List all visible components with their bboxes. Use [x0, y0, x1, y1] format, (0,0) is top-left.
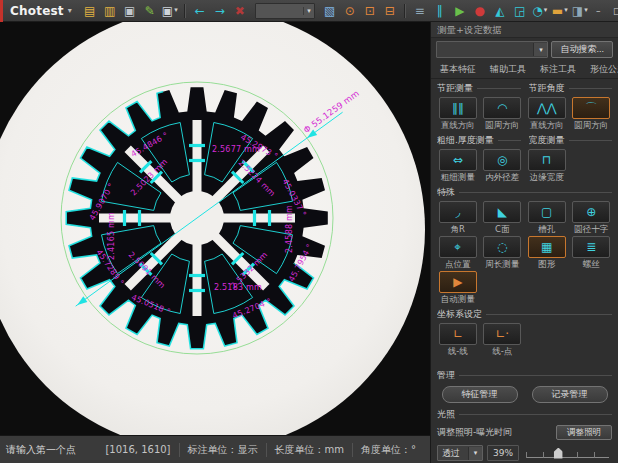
c-face-icon: ◣: [483, 201, 521, 223]
slider-handle[interactable]: [554, 448, 563, 459]
record-management-button[interactable]: 记录管理: [532, 386, 608, 403]
auto-search-button[interactable]: 自动搜索...: [551, 41, 613, 58]
light-mode-select[interactable]: 透过 ▾: [437, 445, 483, 461]
tool-label: 图形: [538, 259, 555, 270]
zoom-icon[interactable]: ⊙: [340, 2, 360, 20]
tool-auto-measure[interactable]: ▶自动测量: [437, 271, 479, 305]
tab-auxiliary-tools[interactable]: 辅助工具: [483, 60, 533, 78]
tool-perimeter-measure[interactable]: ◌周长测量: [482, 236, 524, 270]
angle-unit: 角度单位：°: [352, 443, 424, 457]
screw-thread-icon: ≣: [572, 236, 610, 258]
tool-pitch-linear[interactable]: ∥∥直线方向: [437, 97, 479, 131]
tool-graphics[interactable]: ▦图形: [526, 236, 568, 270]
combo-caret-icon[interactable]: ▾: [303, 7, 314, 15]
monitor-icon[interactable]: ⊟: [380, 2, 400, 20]
circle-tool-icon[interactable]: ◔▾: [530, 2, 550, 20]
section-header: 特殊: [437, 186, 612, 199]
feature-combobox[interactable]: ▾: [436, 41, 548, 58]
tool-point-position[interactable]: ⌖点位置: [437, 236, 479, 270]
open-project-icon[interactable]: ▥: [100, 2, 120, 20]
columns-icon[interactable]: ‖: [430, 2, 450, 20]
minimize-button[interactable]: –: [590, 3, 607, 19]
tool-label: 粗细测量: [441, 172, 475, 183]
toolbar-separator: [404, 4, 406, 18]
light-mode-value: 透过: [438, 447, 468, 460]
dropdown-caret-icon[interactable]: ▾: [544, 7, 548, 14]
bore-spline-tooth: [193, 241, 200, 253]
cursor-coordinates: [1016, 1610]: [97, 444, 178, 455]
tool-corner-r[interactable]: ◞角R: [437, 201, 479, 235]
bore-spline-tooth: [162, 214, 174, 221]
light-tool-icon[interactable]: ▬▾: [550, 2, 570, 20]
exposure-label: 调整照明-曝光时间: [437, 426, 512, 439]
back-arrow-icon[interactable]: ←: [190, 2, 210, 20]
tool-thickness-measure[interactable]: ⇔粗细测量: [437, 149, 479, 183]
forward-arrow-icon[interactable]: →: [210, 2, 230, 20]
export-view-icon[interactable]: ◲: [510, 2, 530, 20]
tool-section: 特殊◞角R◣C面▢槽孔⊕圆径十字⌖点位置◌周长测量▦图形≣螺丝▶自动测量: [431, 185, 618, 305]
tool-coord-line-line[interactable]: ∟线-线: [437, 323, 479, 357]
stage-canvas[interactable]: Φ 55.1259 mm2.5677 mm2.5224 mm2.4588 mm2…: [0, 22, 430, 435]
pitch-angle-linear-icon: ⋀⋀: [528, 97, 566, 119]
section-header: 粗细.厚度测量: [437, 134, 521, 147]
dropdown-caret-icon[interactable]: ▾: [174, 7, 178, 14]
tab-form-tolerance[interactable]: 形位公差: [583, 60, 618, 78]
edit-report-icon[interactable]: ✎: [140, 2, 160, 20]
tool-sections: 节距测量节距角度∥∥直线方向◠圆周方向⋀⋀直线方向⌒圆周方向粗细.厚度测量宽度测…: [431, 79, 618, 368]
delete-icon[interactable]: ✖: [230, 2, 250, 20]
adjust-light-button[interactable]: 调整照明: [556, 425, 612, 440]
management-section: 管理 特征管理 记录管理: [431, 368, 618, 405]
tool-screw-thread[interactable]: ≣螺丝: [571, 236, 613, 270]
tool-coord-line-point[interactable]: ∟·线-点: [482, 323, 524, 357]
radial-slot: [221, 214, 295, 223]
camera-viewport[interactable]: Φ 55.1259 mm2.5677 mm2.5224 mm2.4588 mm2…: [0, 22, 430, 435]
run-icon[interactable]: ▶: [450, 2, 470, 20]
new-project-icon[interactable]: ▤: [80, 2, 100, 20]
pitch-angle-circular-icon: ⌒: [572, 97, 610, 119]
graphics-icon: ▦: [528, 236, 566, 258]
tool-edge-width[interactable]: ⊓边缘宽度: [526, 149, 568, 183]
viewport-column: Φ 55.1259 mm2.5677 mm2.5224 mm2.4588 mm2…: [0, 22, 430, 463]
tool-circle-cross[interactable]: ⊕圆径十字: [571, 201, 613, 235]
tool-label: 圆径十字: [574, 224, 608, 235]
tab-basic-features[interactable]: 基本特征: [433, 60, 483, 78]
tool-label: 角R: [451, 224, 465, 235]
tool-inner-outer-diameter[interactable]: ◎内外径差: [482, 149, 524, 183]
brand-accent: [0, 0, 3, 22]
section-header: 管理: [437, 369, 612, 382]
feature-management-button[interactable]: 特征管理: [442, 386, 518, 403]
thickness-measure-icon: ⇔: [439, 149, 477, 171]
tool-label: 内外径差: [485, 172, 519, 183]
list-panel-icon[interactable]: ≡: [410, 2, 430, 20]
toolbar-combobox[interactable]: ▾: [255, 3, 315, 19]
combo-caret-icon[interactable]: ▾: [533, 43, 547, 56]
dropdown-caret-icon[interactable]: ▾: [564, 7, 568, 14]
slot-measure-mark: [268, 210, 271, 226]
tool-slot-hole[interactable]: ▢槽孔: [526, 201, 568, 235]
save-icon[interactable]: ▣: [120, 2, 140, 20]
header-rule: [569, 88, 613, 89]
tool-label: 螺丝: [583, 259, 600, 270]
header-rule: [459, 375, 612, 376]
app-menu-button[interactable]: Chotest ▾: [0, 0, 80, 21]
tool-pitch-angle-circular[interactable]: ⌒圆周方向: [571, 97, 613, 131]
tool-pitch-angle-linear[interactable]: ⋀⋀直线方向: [526, 97, 568, 131]
find-image-icon[interactable]: ▧: [320, 2, 340, 20]
slot-measure-mark: [189, 144, 205, 147]
dropdown-caret-icon[interactable]: ▾: [584, 7, 588, 14]
record-icon[interactable]: ●: [470, 2, 490, 20]
measure-tool-icon[interactable]: ◭: [490, 2, 510, 20]
maximize-button[interactable]: □: [609, 3, 618, 19]
main-area: Φ 55.1259 mm2.5677 mm2.5224 mm2.4588 mm2…: [0, 22, 618, 463]
light-intensity-slider[interactable]: [526, 446, 609, 461]
section-header: 节距测量: [437, 82, 521, 95]
combo-caret-icon[interactable]: ▾: [468, 447, 482, 460]
image-tool-icon[interactable]: ◨▾: [570, 2, 590, 20]
tool-label: 直线方向: [441, 120, 475, 131]
tool-c-face[interactable]: ◣C面: [482, 201, 524, 235]
tool-pitch-circular[interactable]: ◠圆周方向: [482, 97, 524, 131]
crop-region-icon[interactable]: ⊡: [360, 2, 380, 20]
save-as-icon[interactable]: ▣▾: [160, 2, 180, 20]
point-position-icon: ⌖: [439, 236, 477, 258]
tab-annotation-tools[interactable]: 标注工具: [533, 60, 583, 78]
